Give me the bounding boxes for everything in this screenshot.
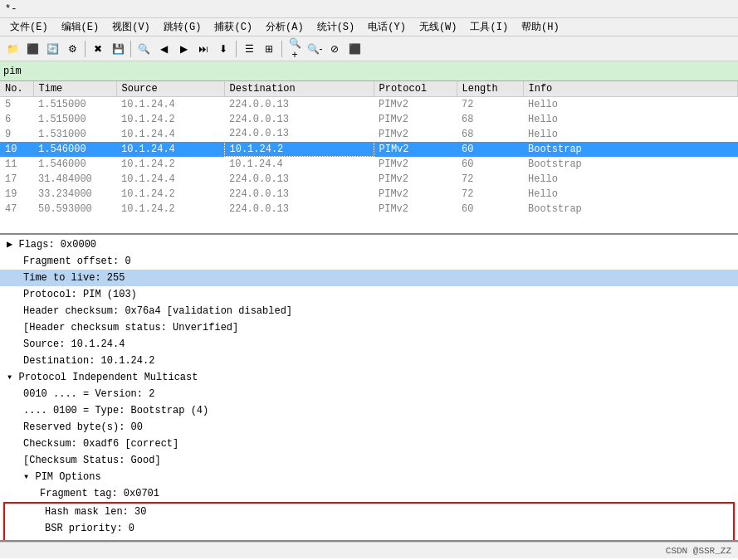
detail-line[interactable]: ▶ Flags: 0x0000 (0, 236, 738, 253)
menu-statistics[interactable]: 统计(S) (310, 18, 362, 36)
table-row[interactable]: 101.54600010.1.24.410.1.24.2PIMv260Boots… (0, 142, 738, 157)
menu-bar: 文件(E) 编辑(E) 视图(V) 跳转(G) 捕获(C) 分析(A) 统计(S… (0, 18, 738, 37)
toolbar-options[interactable]: ⚙ (63, 40, 81, 58)
detail-line[interactable]: Header checksum: 0x76a4 [validation disa… (0, 303, 738, 319)
filter-input[interactable] (3, 66, 169, 77)
menu-view[interactable]: 视图(V) (105, 18, 157, 36)
toolbar-list[interactable]: ☰ (240, 40, 258, 58)
toolbar-scroll-end[interactable]: ⏭ (194, 40, 213, 58)
toolbar-save[interactable]: 💾 (109, 40, 127, 58)
toolbar-restart[interactable]: 🔄 (43, 40, 61, 58)
detail-line[interactable]: Hash mask len: 30 (5, 504, 733, 520)
toolbar-forward[interactable]: ▶ (174, 40, 193, 58)
menu-phone[interactable]: 电话(Y) (361, 18, 413, 36)
packet-list-pane: No. Time Source Destination Protocol Len… (0, 81, 738, 235)
toolbar-back[interactable]: ◀ (154, 40, 173, 58)
toolbar-zoom-in[interactable]: 🔍+ (286, 40, 304, 58)
table-row[interactable]: 4750.59300010.1.24.2224.0.0.13PIMv260Boo… (0, 202, 738, 217)
menu-capture[interactable]: 捕获(C) (208, 18, 259, 36)
packet-rows: 51.51500010.1.24.4224.0.0.13PIMv272Hello… (0, 97, 738, 217)
toolbar-search[interactable]: 🔍 (134, 40, 153, 58)
col-no: No. (0, 81, 33, 97)
detail-line[interactable]: Time to live: 255 (0, 270, 738, 286)
detail-line[interactable]: Reserved byte(s): 00 (0, 419, 738, 436)
detail-line[interactable]: .... 0100 = Type: Bootstrap (4) (0, 402, 738, 419)
toolbar-sep-3 (236, 41, 237, 57)
red-box-highlight: Hash mask len: 30BSR priority: 0BSR: 4.4… (3, 502, 735, 542)
detail-line[interactable]: ▾ PIM Options (0, 469, 738, 485)
detail-line[interactable]: Source: 10.1.24.4 (0, 336, 738, 353)
status-bar-text: CSDN @SSR_ZZ (666, 546, 731, 556)
col-info: Info (523, 81, 738, 97)
detail-lines-container: ▶ Flags: 0x0000Fragment offset: 0Time to… (0, 236, 738, 542)
menu-help[interactable]: 帮助(H) (515, 18, 566, 36)
toolbar: 📁 ⬛ 🔄 ⚙ ✖ 💾 🔍 ◀ ▶ ⏭ ⬇ ☰ ⊞ 🔍+ 🔍- ⊘ ⬛ (0, 37, 738, 61)
table-row[interactable]: 61.51500010.1.24.2224.0.0.13PIMv268Hello (0, 112, 738, 127)
col-proto: Protocol (374, 81, 457, 97)
detail-line[interactable]: Checksum: 0xadf6 [correct] (0, 436, 738, 452)
menu-goto[interactable]: 跳转(G) (157, 18, 208, 36)
packet-table-header: No. Time Source Destination Protocol Len… (0, 81, 738, 97)
filter-bar (0, 61, 738, 81)
toolbar-sep-2 (130, 41, 131, 57)
title-bar: *- (0, 0, 738, 18)
table-row[interactable]: 91.53100010.1.24.4224.0.0.13PIMv268Hello (0, 127, 738, 142)
detail-pane[interactable]: ▶ Flags: 0x0000Fragment offset: 0Time to… (0, 235, 738, 542)
detail-line[interactable]: [Checksum Status: Good] (0, 452, 738, 469)
detail-line[interactable]: 0010 .... = Version: 2 (0, 386, 738, 402)
menu-file[interactable]: 文件(E) (3, 18, 55, 36)
menu-wireless[interactable]: 无线(W) (413, 18, 464, 36)
toolbar-sep-4 (281, 41, 282, 57)
detail-line[interactable]: [Header checksum status: Unverified] (0, 319, 738, 336)
packet-table: No. Time Source Destination Protocol Len… (0, 81, 738, 217)
toolbar-open[interactable]: 📁 (3, 40, 22, 58)
toolbar-zoom-fit[interactable]: ⬛ (345, 40, 364, 58)
detail-line[interactable]: Fragment tag: 0x0701 (0, 485, 738, 502)
col-time: Time (33, 81, 116, 97)
toolbar-zoom-out[interactable]: 🔍- (305, 40, 324, 58)
detail-line[interactable]: BSR priority: 0 (5, 520, 733, 537)
detail-line[interactable]: Destination: 10.1.24.2 (0, 353, 738, 369)
col-length: Length (457, 81, 523, 97)
col-source: Source (116, 81, 224, 97)
toolbar-sep-1 (85, 41, 86, 57)
title-bar-text: *- (5, 3, 17, 15)
detail-line[interactable]: ▾ Protocol Independent Multicast (0, 369, 738, 386)
table-row[interactable]: 111.54600010.1.24.210.1.24.4PIMv260Boots… (0, 157, 738, 172)
toolbar-down[interactable]: ⬇ (214, 40, 232, 58)
table-row[interactable]: 1933.23400010.1.24.2224.0.0.13PIMv272Hel… (0, 187, 738, 202)
toolbar-zoom-reset[interactable]: ⊘ (325, 40, 344, 58)
table-row[interactable]: 1731.48400010.1.24.4224.0.0.13PIMv272Hel… (0, 172, 738, 187)
menu-tools[interactable]: 工具(I) (463, 18, 515, 36)
toolbar-grid[interactable]: ⊞ (260, 40, 278, 58)
status-bar: CSDN @SSR_ZZ (0, 542, 738, 558)
detail-line[interactable]: Fragment offset: 0 (0, 253, 738, 270)
col-dest: Destination (224, 81, 374, 97)
detail-line[interactable]: Protocol: PIM (103) (0, 286, 738, 303)
table-row[interactable]: 51.51500010.1.24.4224.0.0.13PIMv272Hello (0, 97, 738, 112)
menu-edit[interactable]: 编辑(E) (55, 18, 106, 36)
toolbar-close[interactable]: ✖ (89, 40, 107, 58)
menu-analyze[interactable]: 分析(A) (259, 18, 310, 36)
toolbar-stop[interactable]: ⬛ (23, 40, 42, 58)
